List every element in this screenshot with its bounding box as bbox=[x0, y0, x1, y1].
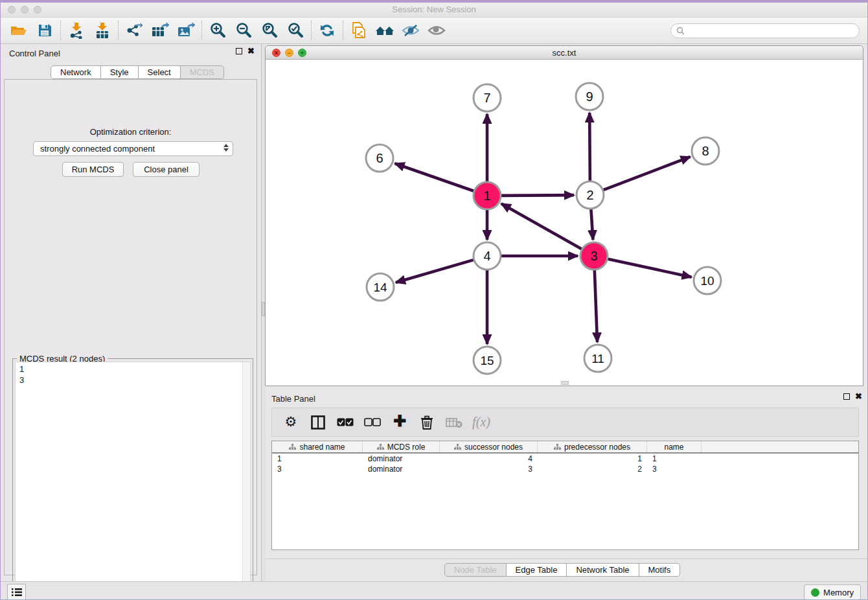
first-neighbors-button[interactable] bbox=[372, 19, 398, 41]
node-table[interactable]: shared nameMCDS rolesuccessor nodesprede… bbox=[271, 441, 859, 550]
status-bar: Memory bbox=[1, 581, 867, 600]
task-history-button[interactable] bbox=[7, 584, 26, 600]
select-all-button[interactable] bbox=[333, 411, 358, 434]
zoom-out-button[interactable] bbox=[231, 19, 257, 41]
mcds-result-area[interactable]: 1 3 bbox=[15, 362, 251, 600]
node-table-header: shared nameMCDS rolesuccessor nodesprede… bbox=[272, 441, 858, 454]
import-table-button[interactable] bbox=[89, 19, 115, 41]
refresh-layout-icon bbox=[319, 22, 336, 39]
network-window-titlebar[interactable]: ✕ − + scc.txt bbox=[266, 46, 863, 60]
show-all-icon bbox=[428, 23, 446, 38]
column-header-MCDS-role[interactable]: MCDS role bbox=[363, 441, 440, 452]
control-panel-header: Control Panel ✖ bbox=[1, 44, 261, 61]
export-network-icon bbox=[126, 22, 143, 39]
table-cell[interactable]: 1 bbox=[272, 454, 363, 464]
refresh-layout-button[interactable] bbox=[314, 19, 340, 41]
edge-1-6[interactable] bbox=[395, 163, 474, 190]
close-table-panel-icon[interactable]: ✖ bbox=[855, 393, 862, 400]
column-header-shared-name[interactable]: shared name bbox=[272, 441, 363, 452]
export-image-icon bbox=[177, 22, 195, 39]
open-session-button[interactable] bbox=[6, 19, 32, 41]
tab-style[interactable]: Style bbox=[101, 65, 139, 79]
column-header-name[interactable]: name bbox=[647, 441, 702, 452]
search-input[interactable] bbox=[688, 26, 859, 36]
show-all-button[interactable] bbox=[424, 19, 450, 41]
export-image-button[interactable] bbox=[173, 19, 199, 41]
delete-column-button[interactable] bbox=[415, 411, 439, 434]
zoom-selected-button[interactable] bbox=[282, 19, 308, 41]
tab-select[interactable]: Select bbox=[139, 65, 181, 79]
tab-mcds[interactable]: MCDS bbox=[181, 65, 224, 79]
float-panel-icon[interactable] bbox=[236, 48, 242, 54]
table-row[interactable]: 3dominator323 bbox=[272, 464, 858, 474]
export-table-button[interactable] bbox=[147, 19, 173, 41]
float-table-panel-icon[interactable] bbox=[843, 393, 850, 400]
control-panel: Control Panel ✖ NetworkStyleSelectMCDS O… bbox=[1, 44, 261, 581]
node-table-body: 1dominator4113dominator323 bbox=[272, 454, 858, 474]
tab-network[interactable]: Network bbox=[51, 65, 101, 79]
zoom-out-icon bbox=[235, 22, 252, 39]
table-row[interactable]: 1dominator411 bbox=[272, 454, 858, 464]
edge-2-8[interactable] bbox=[604, 157, 691, 190]
optimization-criterion-dropdown[interactable]: strongly connected component bbox=[33, 141, 233, 156]
namespace-icon bbox=[554, 444, 561, 450]
add-column-button[interactable]: ✚ bbox=[387, 411, 412, 434]
function-builder-button: f(x) bbox=[469, 411, 494, 434]
network-view-window: ✕ − + scc.txt 7968124314101511 bbox=[265, 45, 863, 386]
close-panel-button[interactable]: Close panel bbox=[133, 162, 200, 177]
save-session-button[interactable] bbox=[32, 19, 58, 41]
network-graph[interactable]: 7968124314101511 bbox=[266, 60, 863, 386]
table-cell[interactable]: 2 bbox=[538, 464, 647, 474]
table-cell[interactable]: dominator bbox=[363, 464, 440, 474]
clone-network-icon bbox=[350, 21, 367, 40]
table-cell[interactable]: 1 bbox=[538, 454, 647, 464]
export-table-icon bbox=[151, 22, 169, 39]
namespace-icon bbox=[454, 444, 461, 450]
edge-3-11[interactable] bbox=[595, 270, 597, 342]
table-tab-network-table[interactable]: Network Table bbox=[567, 563, 639, 577]
table-cell[interactable]: 1 bbox=[647, 454, 702, 464]
edge-4-14[interactable] bbox=[396, 260, 474, 283]
mcds-result-fieldset: MCDS result (2 nodes) 1 3 bbox=[12, 358, 253, 600]
edge-3-1[interactable] bbox=[501, 203, 582, 249]
edge-1-2[interactable] bbox=[501, 195, 574, 196]
list-icon bbox=[12, 588, 22, 597]
export-network-button[interactable] bbox=[121, 19, 147, 41]
table-tab-motifs[interactable]: Motifs bbox=[639, 563, 681, 577]
table-cell[interactable]: 3 bbox=[647, 464, 702, 474]
edge-2-3[interactable] bbox=[591, 209, 593, 240]
run-mcds-button[interactable]: Run MCDS bbox=[62, 162, 124, 177]
table-tab-node-table[interactable]: Node Table bbox=[444, 563, 507, 577]
clone-network-button[interactable] bbox=[346, 19, 372, 41]
deselect-all-icon bbox=[364, 418, 381, 426]
column-header-successor-nodes[interactable]: successor nodes bbox=[440, 441, 538, 452]
table-cell[interactable]: 3 bbox=[272, 464, 363, 474]
control-panel-tabs: NetworkStyleSelectMCDS bbox=[51, 65, 224, 79]
table-cell[interactable]: dominator bbox=[363, 454, 440, 464]
column-header-predecessor-nodes[interactable]: predecessor nodes bbox=[538, 441, 647, 452]
search-box[interactable] bbox=[670, 23, 860, 38]
edge-3-10[interactable] bbox=[608, 259, 691, 277]
table-tab-edge-table[interactable]: Edge Table bbox=[507, 563, 567, 577]
zoom-in-button[interactable] bbox=[205, 19, 231, 41]
table-cell[interactable]: 3 bbox=[440, 464, 538, 474]
close-panel-icon[interactable]: ✖ bbox=[247, 48, 255, 54]
result-scrollbar[interactable] bbox=[242, 362, 250, 600]
gear-button[interactable]: ⚙ bbox=[279, 411, 303, 434]
mcds-tab-panel: Optimization criterion: strongly connect… bbox=[4, 79, 257, 575]
hide-selected-button[interactable] bbox=[398, 19, 424, 41]
edge-2-9[interactable] bbox=[589, 113, 590, 181]
canvas-resize-grip[interactable] bbox=[561, 381, 569, 385]
import-network-button[interactable] bbox=[63, 19, 89, 41]
zoom-fit-button[interactable] bbox=[257, 19, 282, 41]
table-cell[interactable]: 4 bbox=[440, 454, 538, 464]
deselect-all-button[interactable] bbox=[360, 411, 385, 434]
delete-table-button bbox=[442, 411, 466, 434]
zoom-fit-icon bbox=[261, 22, 278, 39]
network-canvas[interactable]: 7968124314101511 bbox=[266, 60, 863, 386]
toolbar-separator bbox=[60, 21, 61, 40]
memory-button[interactable]: Memory bbox=[804, 584, 861, 600]
column-layout-button[interactable] bbox=[306, 411, 330, 434]
dropdown-value: strongly connected component bbox=[40, 144, 155, 154]
table-panel: Table Panel ✖ ⚙✚f(x) shared nameMCDS rol… bbox=[265, 389, 868, 581]
